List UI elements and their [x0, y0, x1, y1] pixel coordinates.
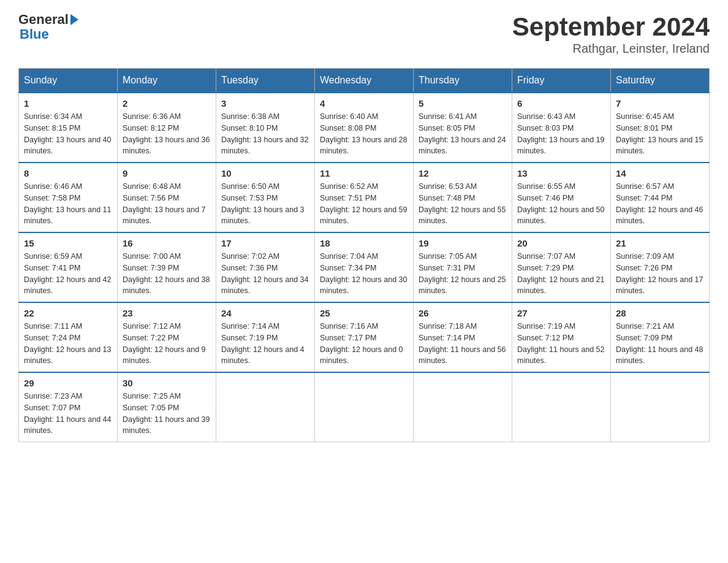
day-info: Sunrise: 7:02 AMSunset: 7:36 PMDaylight:… — [221, 252, 308, 295]
day-info: Sunrise: 7:19 AMSunset: 7:12 PMDaylight:… — [517, 322, 604, 365]
calendar-cell: 5 Sunrise: 6:41 AMSunset: 8:05 PMDayligh… — [414, 93, 512, 163]
day-info: Sunrise: 6:52 AMSunset: 7:51 PMDaylight:… — [320, 182, 407, 225]
day-info: Sunrise: 6:45 AMSunset: 8:01 PMDaylight:… — [616, 112, 703, 155]
calendar-cell: 21 Sunrise: 7:09 AMSunset: 7:26 PMDaylig… — [611, 232, 710, 302]
day-number: 6 — [517, 98, 605, 109]
calendar-cell: 15 Sunrise: 6:59 AMSunset: 7:41 PMDaylig… — [19, 232, 118, 302]
day-number: 27 — [517, 308, 605, 318]
day-info: Sunrise: 7:12 AMSunset: 7:22 PMDaylight:… — [123, 322, 206, 365]
day-of-week-header: Tuesday — [216, 69, 315, 93]
day-info: Sunrise: 6:53 AMSunset: 7:48 PMDaylight:… — [419, 182, 506, 225]
day-number: 28 — [616, 308, 704, 318]
day-of-week-header: Saturday — [611, 69, 710, 93]
calendar-cell: 27 Sunrise: 7:19 AMSunset: 7:12 PMDaylig… — [512, 302, 611, 372]
calendar-cell: 24 Sunrise: 7:14 AMSunset: 7:19 PMDaylig… — [216, 302, 315, 372]
day-info: Sunrise: 6:40 AMSunset: 8:08 PMDaylight:… — [320, 112, 407, 155]
day-info: Sunrise: 7:00 AMSunset: 7:39 PMDaylight:… — [123, 252, 210, 295]
calendar-cell: 30 Sunrise: 7:25 AMSunset: 7:05 PMDaylig… — [118, 372, 216, 442]
calendar-cell — [414, 372, 512, 442]
day-number: 11 — [320, 168, 408, 178]
day-number: 8 — [24, 168, 112, 178]
title-block: September 2024 Rathgar, Leinster, Irelan… — [512, 12, 710, 56]
day-number: 4 — [320, 98, 408, 109]
day-info: Sunrise: 6:55 AMSunset: 7:46 PMDaylight:… — [517, 182, 604, 225]
day-number: 12 — [419, 168, 507, 178]
calendar-cell: 11 Sunrise: 6:52 AMSunset: 7:51 PMDaylig… — [315, 163, 414, 232]
day-info: Sunrise: 6:36 AMSunset: 8:12 PMDaylight:… — [123, 112, 210, 155]
day-number: 15 — [24, 238, 112, 248]
calendar-cell: 22 Sunrise: 7:11 AMSunset: 7:24 PMDaylig… — [19, 302, 118, 372]
calendar-cell: 8 Sunrise: 6:46 AMSunset: 7:58 PMDayligh… — [19, 163, 118, 232]
calendar-cell: 13 Sunrise: 6:55 AMSunset: 7:46 PMDaylig… — [512, 163, 611, 232]
calendar-cell — [512, 372, 611, 442]
day-number: 30 — [123, 378, 211, 388]
day-info: Sunrise: 7:16 AMSunset: 7:17 PMDaylight:… — [320, 322, 403, 365]
calendar-cell: 3 Sunrise: 6:38 AMSunset: 8:10 PMDayligh… — [216, 93, 315, 163]
month-year-title: September 2024 — [512, 12, 710, 42]
calendar-cell — [216, 372, 315, 442]
calendar-cell — [315, 372, 414, 442]
calendar-cell: 23 Sunrise: 7:12 AMSunset: 7:22 PMDaylig… — [118, 302, 216, 372]
day-number: 10 — [221, 168, 309, 178]
day-number: 7 — [616, 98, 704, 109]
day-number: 9 — [123, 168, 211, 178]
day-number: 13 — [517, 168, 605, 178]
day-info: Sunrise: 7:07 AMSunset: 7:29 PMDaylight:… — [517, 252, 604, 295]
day-info: Sunrise: 7:18 AMSunset: 7:14 PMDaylight:… — [419, 322, 506, 365]
calendar-cell: 14 Sunrise: 6:57 AMSunset: 7:44 PMDaylig… — [611, 163, 710, 232]
calendar-cell: 10 Sunrise: 6:50 AMSunset: 7:53 PMDaylig… — [216, 163, 315, 232]
calendar-cell: 7 Sunrise: 6:45 AMSunset: 8:01 PMDayligh… — [611, 93, 710, 163]
day-number: 17 — [221, 238, 309, 248]
calendar-cell: 17 Sunrise: 7:02 AMSunset: 7:36 PMDaylig… — [216, 232, 315, 302]
day-number: 24 — [221, 308, 309, 318]
day-info: Sunrise: 7:25 AMSunset: 7:05 PMDaylight:… — [123, 392, 210, 435]
day-info: Sunrise: 6:43 AMSunset: 8:03 PMDaylight:… — [517, 112, 604, 155]
day-info: Sunrise: 7:04 AMSunset: 7:34 PMDaylight:… — [320, 252, 407, 295]
calendar-cell: 1 Sunrise: 6:34 AMSunset: 8:15 PMDayligh… — [19, 93, 118, 163]
calendar-cell: 2 Sunrise: 6:36 AMSunset: 8:12 PMDayligh… — [118, 93, 216, 163]
logo-blue: Blue — [18, 27, 78, 42]
day-info: Sunrise: 6:59 AMSunset: 7:41 PMDaylight:… — [24, 252, 111, 295]
day-info: Sunrise: 6:34 AMSunset: 8:15 PMDaylight:… — [24, 112, 111, 155]
location-subtitle: Rathgar, Leinster, Ireland — [512, 42, 710, 56]
day-number: 19 — [419, 238, 507, 248]
calendar-week-row: 29 Sunrise: 7:23 AMSunset: 7:07 PMDaylig… — [19, 372, 710, 442]
day-number: 22 — [24, 308, 112, 318]
calendar-week-row: 8 Sunrise: 6:46 AMSunset: 7:58 PMDayligh… — [19, 163, 710, 232]
calendar-cell: 18 Sunrise: 7:04 AMSunset: 7:34 PMDaylig… — [315, 232, 414, 302]
day-of-week-header: Monday — [118, 69, 216, 93]
day-of-week-header: Friday — [512, 69, 611, 93]
day-info: Sunrise: 6:57 AMSunset: 7:44 PMDaylight:… — [616, 182, 703, 225]
day-number: 1 — [24, 98, 112, 109]
calendar-cell: 26 Sunrise: 7:18 AMSunset: 7:14 PMDaylig… — [414, 302, 512, 372]
day-number: 3 — [221, 98, 309, 109]
day-number: 23 — [123, 308, 211, 318]
calendar-cell: 9 Sunrise: 6:48 AMSunset: 7:56 PMDayligh… — [118, 163, 216, 232]
calendar-cell: 16 Sunrise: 7:00 AMSunset: 7:39 PMDaylig… — [118, 232, 216, 302]
calendar-cell: 6 Sunrise: 6:43 AMSunset: 8:03 PMDayligh… — [512, 93, 611, 163]
day-of-week-header: Sunday — [19, 69, 118, 93]
day-number: 20 — [517, 238, 605, 248]
logo-general: General — [18, 12, 69, 27]
day-info: Sunrise: 6:46 AMSunset: 7:58 PMDaylight:… — [24, 182, 111, 225]
calendar-cell: 25 Sunrise: 7:16 AMSunset: 7:17 PMDaylig… — [315, 302, 414, 372]
calendar-week-row: 15 Sunrise: 6:59 AMSunset: 7:41 PMDaylig… — [19, 232, 710, 302]
calendar-cell — [611, 372, 710, 442]
day-number: 2 — [123, 98, 211, 109]
day-of-week-header: Wednesday — [315, 69, 414, 93]
calendar-table: SundayMondayTuesdayWednesdayThursdayFrid… — [18, 68, 710, 442]
calendar-cell: 4 Sunrise: 6:40 AMSunset: 8:08 PMDayligh… — [315, 93, 414, 163]
day-number: 16 — [123, 238, 211, 248]
day-number: 26 — [419, 308, 507, 318]
calendar-week-row: 22 Sunrise: 7:11 AMSunset: 7:24 PMDaylig… — [19, 302, 710, 372]
day-info: Sunrise: 6:41 AMSunset: 8:05 PMDaylight:… — [419, 112, 506, 155]
calendar-cell: 12 Sunrise: 6:53 AMSunset: 7:48 PMDaylig… — [414, 163, 512, 232]
day-info: Sunrise: 7:05 AMSunset: 7:31 PMDaylight:… — [419, 252, 506, 295]
day-number: 21 — [616, 238, 704, 248]
logo: General Blue — [18, 12, 78, 42]
day-info: Sunrise: 7:21 AMSunset: 7:09 PMDaylight:… — [616, 322, 703, 365]
day-number: 14 — [616, 168, 704, 178]
day-number: 25 — [320, 308, 408, 318]
calendar-week-row: 1 Sunrise: 6:34 AMSunset: 8:15 PMDayligh… — [19, 93, 710, 163]
day-info: Sunrise: 6:50 AMSunset: 7:53 PMDaylight:… — [221, 182, 305, 225]
